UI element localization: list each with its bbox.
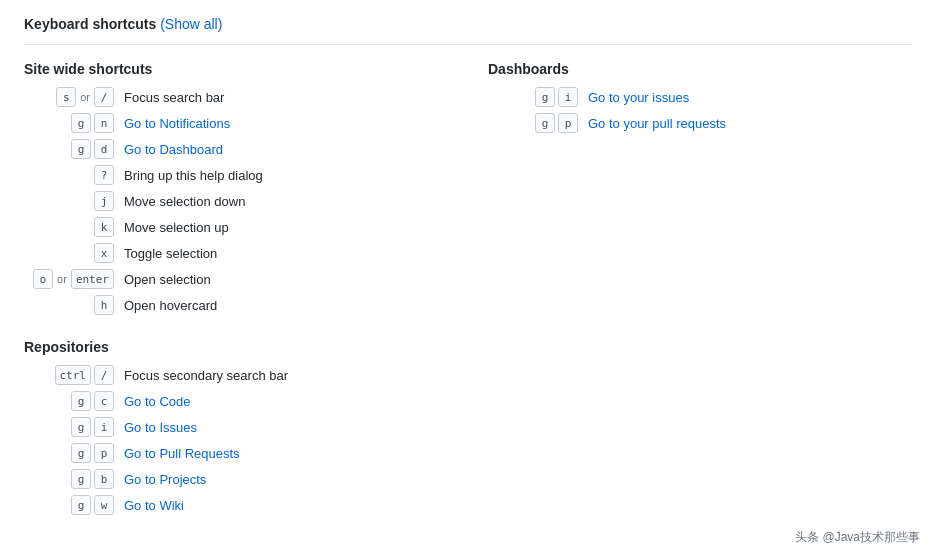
shortcut-desc: Go to Dashboard [124,142,223,157]
shortcut-keys: j [24,191,114,211]
shortcut-keys: h [24,295,114,315]
page-title: Keyboard shortcuts (Show all) [24,16,912,45]
shortcut-row: g i Go to Issues [24,417,448,437]
shortcut-keys: g b [24,469,114,489]
shortcut-desc: Go to Notifications [124,116,230,131]
shortcut-row: k Move selection up [24,217,448,237]
shortcut-row: g p Go to Pull Requests [24,443,448,463]
repositories-title: Repositories [24,339,448,355]
key-g: g [71,113,91,133]
key-s: s [56,87,76,107]
section-left: Site wide shortcuts s or / Focus search … [24,61,448,539]
shortcut-keys: g i [488,87,578,107]
shortcut-keys: o or enter [24,269,114,289]
shortcut-desc: Move selection up [124,220,229,235]
shortcut-row: o or enter Open selection [24,269,448,289]
shortcut-desc: Go to your pull requests [588,116,726,131]
shortcut-desc: Toggle selection [124,246,217,261]
key-g: g [71,391,91,411]
shortcut-desc: Bring up this help dialog [124,168,263,183]
key-d: d [94,139,114,159]
shortcut-desc: Focus search bar [124,90,224,105]
shortcut-keys: g n [24,113,114,133]
shortcut-row: g i Go to your issues [488,87,912,107]
dashboards-section: Dashboards g i Go to your issues g p Go … [488,61,912,133]
key-j: j [94,191,114,211]
key-slash: / [94,365,114,385]
shortcut-row: j Move selection down [24,191,448,211]
shortcut-desc: Go to Code [124,394,191,409]
key-n: n [94,113,114,133]
key-k: k [94,217,114,237]
shortcut-desc: Focus secondary search bar [124,368,288,383]
shortcut-keys: k [24,217,114,237]
watermark: 头条 @Java技术那些事 [795,529,920,546]
shortcut-row: s or / Focus search bar [24,87,448,107]
shortcut-row: h Open hovercard [24,295,448,315]
shortcut-row: x Toggle selection [24,243,448,263]
key-w: w [94,495,114,515]
shortcut-keys: g w [24,495,114,515]
shortcut-row: g n Go to Notifications [24,113,448,133]
site-wide-section: Site wide shortcuts s or / Focus search … [24,61,448,315]
shortcut-keys: s or / [24,87,114,107]
key-c: c [94,391,114,411]
key-p: p [558,113,578,133]
dashboards-title: Dashboards [488,61,912,77]
shortcut-keys: g i [24,417,114,437]
shortcut-desc: Go to Issues [124,420,197,435]
shortcut-row: g w Go to Wiki [24,495,448,515]
key-g: g [535,87,555,107]
key-h: h [94,295,114,315]
shortcut-keys: x [24,243,114,263]
shortcut-desc: Go to Pull Requests [124,446,240,461]
page-container: Keyboard shortcuts (Show all) Site wide … [0,0,936,558]
title-text: Keyboard shortcuts [24,16,156,32]
shortcut-row: g d Go to Dashboard [24,139,448,159]
section-right: Dashboards g i Go to your issues g p Go … [488,61,912,539]
key-slash: / [94,87,114,107]
key-g: g [535,113,555,133]
key-question: ? [94,165,114,185]
site-wide-title: Site wide shortcuts [24,61,448,77]
key-p: p [94,443,114,463]
shortcut-keys: g d [24,139,114,159]
key-i: i [558,87,578,107]
shortcut-desc: Open hovercard [124,298,217,313]
repositories-section: Repositories ctrl / Focus secondary sear… [24,339,448,515]
shortcut-desc: Open selection [124,272,211,287]
key-ctrl: ctrl [55,365,92,385]
key-g: g [71,469,91,489]
shortcut-row: g p Go to your pull requests [488,113,912,133]
shortcut-row: g c Go to Code [24,391,448,411]
key-x: x [94,243,114,263]
key-i: i [94,417,114,437]
key-g: g [71,139,91,159]
key-g: g [71,443,91,463]
shortcut-desc: Go to Wiki [124,498,184,513]
shortcut-keys: ? [24,165,114,185]
key-g: g [71,495,91,515]
key-b: b [94,469,114,489]
shortcut-desc: Go to Projects [124,472,206,487]
key-o: o [33,269,53,289]
sections-wrapper: Site wide shortcuts s or / Focus search … [24,61,912,539]
shortcut-keys: g c [24,391,114,411]
shortcut-row: ? Bring up this help dialog [24,165,448,185]
shortcut-keys: g p [24,443,114,463]
shortcut-desc: Move selection down [124,194,245,209]
shortcut-desc: Go to your issues [588,90,689,105]
shortcut-keys: ctrl / [24,365,114,385]
shortcut-keys: g p [488,113,578,133]
shortcut-row: ctrl / Focus secondary search bar [24,365,448,385]
show-all-link[interactable]: (Show all) [160,16,222,32]
key-enter: enter [71,269,114,289]
key-g: g [71,417,91,437]
shortcut-row: g b Go to Projects [24,469,448,489]
